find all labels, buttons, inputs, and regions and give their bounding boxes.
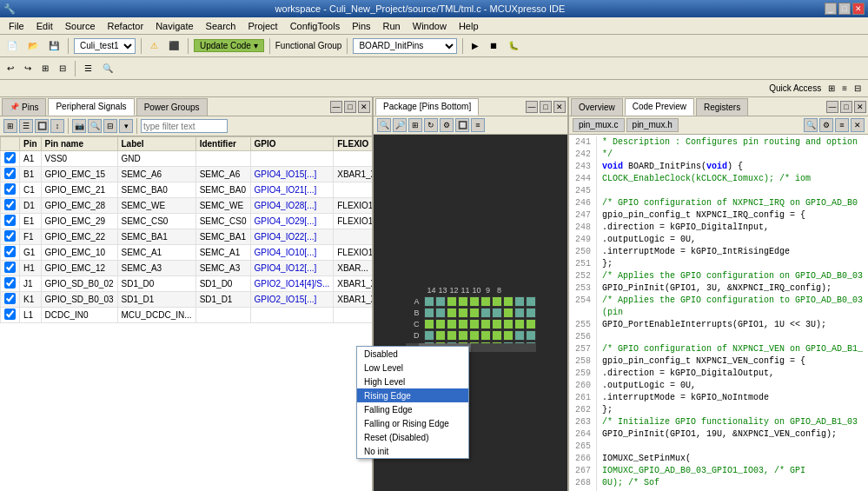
- tab-code-preview[interactable]: Code Preview: [625, 98, 694, 116]
- pin-checkbox[interactable]: [4, 293, 16, 304]
- code-settings-btn[interactable]: ⚙: [819, 118, 833, 132]
- pins-toolbar-btn7[interactable]: ⊟: [103, 119, 117, 133]
- menu-configtools[interactable]: ConfigTools: [285, 19, 345, 33]
- panel-maximize-btn[interactable]: □: [344, 101, 356, 113]
- col-identifier[interactable]: Identifier: [195, 137, 250, 151]
- pkg-minimize-btn[interactable]: —: [526, 101, 538, 113]
- quick-access-btn[interactable]: ⊞: [825, 82, 838, 95]
- menu-navigate[interactable]: Navigate: [150, 19, 198, 33]
- pin-cell-check[interactable]: [1, 167, 20, 182]
- pin-checkbox[interactable]: [4, 262, 16, 273]
- dropdown-item-rising-edge[interactable]: Rising Edge: [357, 388, 468, 402]
- pkg-zoom-out[interactable]: 🔎: [393, 118, 407, 132]
- pin-cell-check[interactable]: [1, 261, 20, 276]
- quick-access-btn2[interactable]: ≡: [838, 82, 851, 95]
- update-code-button[interactable]: Update Code ▾: [194, 39, 264, 52]
- pins-toolbar-btn4[interactable]: ↕: [50, 119, 64, 133]
- pin-checkbox[interactable]: [4, 277, 16, 289]
- menu-window[interactable]: Window: [407, 19, 452, 33]
- pin-cell-check[interactable]: [1, 245, 20, 261]
- new-button[interactable]: 📄: [3, 39, 21, 52]
- file-tab-pinmuxh[interactable]: pin_mux.h: [626, 118, 679, 132]
- warn-button[interactable]: ⚠: [147, 39, 162, 52]
- tab-registers[interactable]: Registers: [696, 98, 748, 116]
- dropdown-item-falling-edge[interactable]: Falling Edge: [357, 402, 468, 416]
- toolbar2-btn3[interactable]: ⊞: [38, 62, 52, 75]
- pins-toolbar-btn2[interactable]: ☰: [19, 119, 33, 133]
- toolbar2-btn4[interactable]: ⊟: [56, 62, 70, 75]
- toolbar2-btn5[interactable]: ☰: [81, 62, 96, 75]
- tab-overview[interactable]: Overview: [571, 98, 623, 116]
- menu-refactor[interactable]: Refactor: [103, 19, 149, 33]
- dropdown-item-high-level[interactable]: High Level: [357, 375, 468, 388]
- pins-toolbar-btn3[interactable]: 🔲: [35, 119, 49, 133]
- gpio-interrupt-dropdown[interactable]: DisabledLow LevelHigh LevelRising EdgeFa…: [356, 346, 469, 459]
- tab-peripheral-signals[interactable]: Peripheral Signals: [48, 98, 134, 116]
- col-pin[interactable]: Pin: [20, 137, 42, 151]
- pin-cell-check[interactable]: [1, 229, 20, 245]
- pin-checkbox[interactable]: [4, 246, 16, 257]
- pin-cell-check[interactable]: [1, 214, 20, 229]
- pkg-settings[interactable]: ⚙: [440, 118, 454, 132]
- col-gpio[interactable]: GPIO: [250, 137, 334, 151]
- pin-cell-check[interactable]: [1, 276, 20, 292]
- pins-toolbar-btn1[interactable]: ⊞: [3, 119, 17, 133]
- code-close-btn[interactable]: ✕: [854, 101, 866, 113]
- code-close2-btn[interactable]: ✕: [851, 118, 865, 132]
- pin-checkbox[interactable]: [4, 152, 16, 163]
- save-button[interactable]: 💾: [45, 39, 63, 52]
- dropdown-item-reset-(disabled)[interactable]: Reset (Disabled): [357, 430, 468, 444]
- menu-project[interactable]: Project: [242, 19, 282, 33]
- pkg-maximize-btn[interactable]: □: [540, 101, 552, 113]
- pkg-fit[interactable]: ⊞: [408, 118, 422, 132]
- pkg-rotate[interactable]: ↻: [424, 118, 438, 132]
- menu-run[interactable]: Run: [378, 19, 406, 33]
- code-maximize-btn[interactable]: □: [840, 101, 852, 113]
- code-minimize-btn[interactable]: —: [826, 101, 838, 113]
- toolbar2-btn1[interactable]: ↩: [3, 62, 17, 75]
- pin-cell-check[interactable]: [1, 198, 20, 214]
- pin-checkbox[interactable]: [4, 215, 16, 226]
- pkg-filter[interactable]: 🔲: [455, 118, 469, 132]
- file-tab-pinmuxc[interactable]: pin_mux.c: [573, 118, 625, 132]
- toolbar-btn-various3[interactable]: 🐛: [505, 39, 522, 52]
- pins-toolbar-btn8[interactable]: ▾: [119, 119, 133, 133]
- toolbar-btn-various2[interactable]: ⏹: [486, 39, 501, 52]
- toolbar2-btn6[interactable]: 🔍: [99, 62, 116, 75]
- tab-package[interactable]: Package [Pins Bottom]: [375, 98, 479, 116]
- error-button[interactable]: ⬛: [165, 39, 182, 52]
- pin-cell-check[interactable]: [1, 151, 20, 167]
- code-search-btn[interactable]: 🔍: [804, 118, 818, 132]
- pins-toolbar-btn5[interactable]: 📷: [72, 119, 86, 133]
- col-pin-name[interactable]: Pin name: [41, 137, 117, 151]
- panel-close-btn[interactable]: ✕: [358, 101, 370, 113]
- menu-search[interactable]: Search: [201, 19, 242, 33]
- open-button[interactable]: 📂: [24, 39, 42, 52]
- pkg-close-btn[interactable]: ✕: [553, 101, 566, 113]
- project-combo[interactable]: Culi_test1: [74, 38, 136, 54]
- dropdown-item-no-init[interactable]: No init: [357, 444, 468, 458]
- menu-source[interactable]: Source: [60, 19, 101, 33]
- pins-filter-input[interactable]: [141, 119, 228, 133]
- pin-checkbox[interactable]: [4, 199, 16, 210]
- pin-checkbox[interactable]: [4, 309, 16, 320]
- col-label[interactable]: Label: [117, 137, 195, 151]
- close-button[interactable]: ✕: [852, 3, 865, 15]
- pin-cell-check[interactable]: [1, 182, 20, 198]
- maximize-button[interactable]: □: [838, 3, 851, 15]
- quick-access-btn3[interactable]: ⊟: [851, 82, 865, 95]
- code-view[interactable]: 241 * Description : Configures pin routi…: [569, 135, 868, 491]
- dropdown-item-disabled[interactable]: Disabled: [357, 347, 468, 361]
- tab-pins[interactable]: 📌 Pins: [2, 98, 46, 116]
- toolbar2-btn2[interactable]: ↪: [21, 62, 35, 75]
- code-menu-btn[interactable]: ≡: [835, 118, 849, 132]
- col-flexio[interactable]: FLEXIO: [334, 137, 372, 151]
- dropdown-item-low-level[interactable]: Low Level: [357, 361, 468, 375]
- minimize-button[interactable]: _: [825, 3, 837, 15]
- dropdown-item-falling-or-rising-edge[interactable]: Falling or Rising Edge: [357, 416, 468, 430]
- pins-toolbar-btn6[interactable]: 🔍: [88, 119, 102, 133]
- menu-help[interactable]: Help: [454, 19, 484, 33]
- pkg-list[interactable]: ≡: [471, 118, 485, 132]
- pin-checkbox[interactable]: [4, 230, 16, 242]
- toolbar-btn-various1[interactable]: ▶: [468, 39, 482, 52]
